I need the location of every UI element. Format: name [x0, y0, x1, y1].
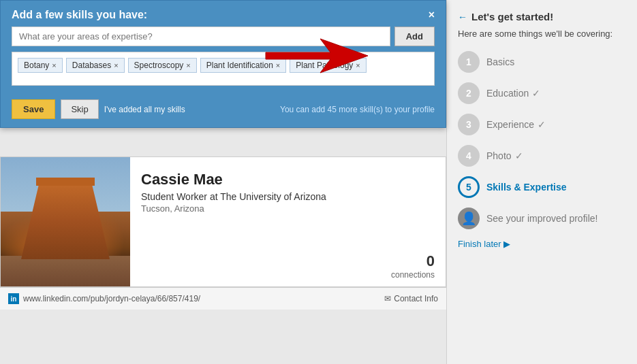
step-profile-text: See your improved profile!	[486, 213, 597, 224]
connections-label: connections	[391, 270, 435, 280]
step-item-experience: 3 Experience ✓	[458, 114, 626, 135]
skill-tag-botany-label: Botany	[24, 61, 49, 70]
contact-info-icon: ✉	[384, 294, 391, 303]
contact-info-label: Contact Info	[394, 294, 438, 303]
modal-body: Add Botany × Databases × Spectroscopy ×	[1, 27, 446, 94]
profile-image	[1, 157, 130, 286]
profile-card: Cassie Mae Student Worker at The Univers…	[0, 156, 446, 287]
step-label-photo: Photo ✓	[486, 150, 523, 161]
profile-url: www.linkedin.com/pub/jordyn-celaya/66/85…	[23, 294, 200, 303]
footer-bar: in www.linkedin.com/pub/jordyn-celaya/66…	[0, 287, 446, 310]
step-number-1: 1	[466, 56, 471, 67]
step-label-basics: Basics	[486, 56, 514, 67]
step-label-experience: Experience ✓	[486, 119, 546, 130]
step-item-profile: 👤 See your improved profile!	[458, 208, 626, 229]
step-skills-text: Skills & Expertise	[486, 182, 567, 193]
skills-remaining-text: You can add 45 more skill(s) to your pro…	[280, 105, 435, 114]
finish-later-arrow-icon: ▶	[503, 239, 510, 249]
photo-check-icon: ✓	[515, 150, 523, 161]
add-skill-button[interactable]: Add	[394, 27, 435, 46]
skill-tag-spectroscopy-label: Spectroscopy	[134, 61, 184, 70]
step-circle-2: 2	[458, 82, 480, 104]
linkedin-logo-icon: in	[8, 293, 19, 304]
step-number-3: 3	[466, 119, 471, 130]
skill-tag-plant-path-label: Plant Pathology	[296, 61, 353, 70]
modal-overlay: Add a few skills you have: × Add Botany …	[0, 0, 446, 128]
profile-person-icon: 👤	[461, 211, 476, 226]
step-number-4: 4	[466, 150, 471, 161]
skill-tag-plant-id-remove[interactable]: ×	[276, 61, 280, 69]
step-item-photo: 4 Photo ✓	[458, 145, 626, 167]
step-basics-text: Basics	[486, 56, 514, 67]
skill-tag-plant-path: Plant Pathology ×	[290, 58, 367, 73]
added-all-skills-text: I've added all my skills	[104, 105, 185, 114]
save-button[interactable]: Save	[12, 99, 55, 119]
sidebar-title: Let's get started!	[471, 11, 553, 22]
expertise-search-input[interactable]	[12, 27, 390, 46]
step-circle-3: 3	[458, 114, 480, 135]
contact-info-button[interactable]: ✉ Contact Info	[384, 294, 438, 303]
step-circle-4: 4	[458, 145, 480, 167]
step-item-basics: 1 Basics	[458, 51, 626, 73]
step-circle-1: 1	[458, 51, 480, 73]
profile-name: Cassie Mae	[141, 171, 435, 188]
modal-footer-left: Save Skip I've added all my skills	[12, 99, 185, 119]
skills-tags-area: Botany × Databases × Spectroscopy × Plan…	[12, 52, 435, 86]
skill-tag-databases-label: Databases	[72, 61, 111, 70]
skill-tag-databases-remove[interactable]: ×	[114, 61, 118, 69]
skill-tag-plant-id: Plant Identification ×	[200, 58, 287, 73]
sidebar-subtitle: Here are some things we'll be covering:	[458, 28, 626, 40]
skill-tag-plant-id-label: Plant Identification	[206, 61, 273, 70]
profile-title: Student Worker at The University of Ariz…	[141, 191, 435, 202]
skill-tag-spectroscopy-remove[interactable]: ×	[186, 61, 190, 69]
step-circle-5: 5	[458, 176, 480, 198]
experience-check-icon: ✓	[538, 119, 546, 130]
finish-later-text: Finish later	[458, 239, 501, 249]
skill-tag-spectroscopy: Spectroscopy ×	[128, 58, 197, 73]
step-experience-text: Experience	[486, 119, 534, 130]
modal-close-button[interactable]: ×	[429, 10, 435, 20]
step-circle-profile: 👤	[458, 208, 480, 229]
step-number-2: 2	[466, 88, 471, 99]
modal-header: Add a few skills you have: ×	[1, 1, 446, 27]
step-label-education: Education ✓	[486, 88, 540, 99]
connections-area: 0 connections	[391, 252, 435, 280]
skill-tag-databases: Databases ×	[66, 58, 125, 73]
finish-later-button[interactable]: Finish later ▶	[458, 239, 626, 249]
footer-left: in www.linkedin.com/pub/jordyn-celaya/66…	[8, 293, 200, 304]
sidebar: ← Let's get started! Here are some thing…	[446, 0, 637, 364]
step-photo-text: Photo	[486, 150, 512, 161]
connections-count: 0	[391, 252, 435, 270]
search-row: Add	[12, 27, 435, 46]
education-check-icon: ✓	[532, 88, 540, 99]
step-item-education: 2 Education ✓	[458, 82, 626, 104]
modal-footer: Save Skip I've added all my skills You c…	[1, 94, 446, 127]
step-item-skills: 5 Skills & Expertise	[458, 176, 626, 198]
skill-tag-plant-path-remove[interactable]: ×	[356, 61, 360, 69]
step-number-5: 5	[466, 182, 471, 193]
step-label-skills: Skills & Expertise	[486, 182, 567, 193]
back-arrow-icon: ←	[458, 12, 467, 22]
skip-button[interactable]: Skip	[61, 99, 98, 119]
skill-tag-botany-remove[interactable]: ×	[52, 61, 56, 69]
sidebar-header: ← Let's get started!	[458, 11, 626, 22]
skill-tag-botany: Botany ×	[18, 58, 63, 73]
modal-title: Add a few skills you have:	[12, 9, 147, 21]
skills-modal: Add a few skills you have: × Add Botany …	[0, 0, 446, 128]
profile-location: Tucson, Arizona	[141, 203, 435, 214]
step-education-text: Education	[486, 88, 529, 99]
step-label-profile: See your improved profile!	[486, 213, 597, 224]
